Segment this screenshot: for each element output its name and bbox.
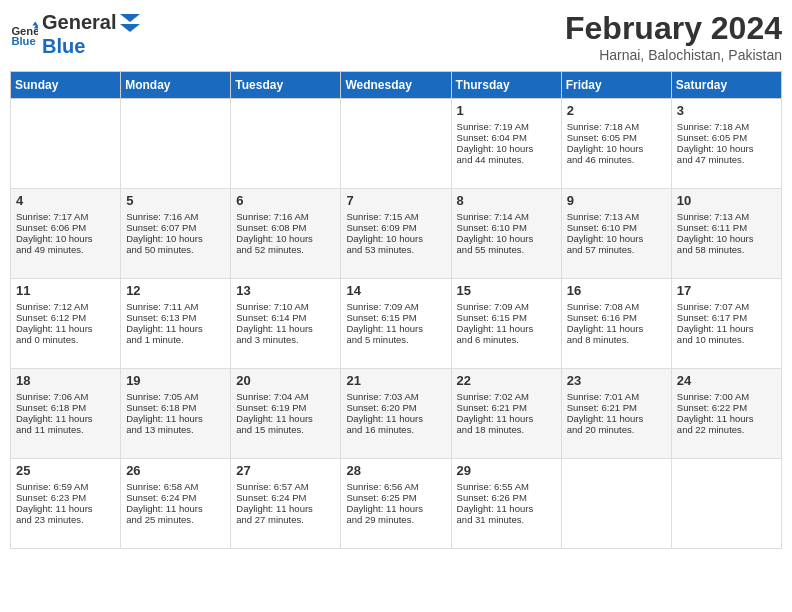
day-info-line: Sunset: 6:08 PM: [236, 222, 335, 233]
day-number: 29: [457, 463, 556, 478]
day-info-line: Sunrise: 7:11 AM: [126, 301, 225, 312]
calendar-cell: [11, 99, 121, 189]
calendar-cell: 16Sunrise: 7:08 AMSunset: 6:16 PMDayligh…: [561, 279, 671, 369]
day-info-line: Sunset: 6:18 PM: [16, 402, 115, 413]
day-info-line: and 20 minutes.: [567, 424, 666, 435]
day-info-line: Sunrise: 7:12 AM: [16, 301, 115, 312]
day-number: 19: [126, 373, 225, 388]
weekday-header-saturday: Saturday: [671, 72, 781, 99]
day-info-line: Sunset: 6:06 PM: [16, 222, 115, 233]
calendar-cell: [671, 459, 781, 549]
day-number: 25: [16, 463, 115, 478]
day-number: 13: [236, 283, 335, 298]
day-info-line: Daylight: 11 hours: [236, 413, 335, 424]
calendar-cell: 22Sunrise: 7:02 AMSunset: 6:21 PMDayligh…: [451, 369, 561, 459]
weekday-header-wednesday: Wednesday: [341, 72, 451, 99]
calendar-cell: 24Sunrise: 7:00 AMSunset: 6:22 PMDayligh…: [671, 369, 781, 459]
day-info-line: Sunrise: 6:57 AM: [236, 481, 335, 492]
weekday-header-monday: Monday: [121, 72, 231, 99]
day-info-line: Sunrise: 6:55 AM: [457, 481, 556, 492]
day-info-line: Daylight: 11 hours: [16, 503, 115, 514]
day-info-line: Sunset: 6:24 PM: [126, 492, 225, 503]
weekday-header-sunday: Sunday: [11, 72, 121, 99]
day-info-line: Sunset: 6:04 PM: [457, 132, 556, 143]
day-info-line: Sunrise: 7:15 AM: [346, 211, 445, 222]
calendar-cell: 5Sunrise: 7:16 AMSunset: 6:07 PMDaylight…: [121, 189, 231, 279]
day-info-line: Sunrise: 7:04 AM: [236, 391, 335, 402]
calendar-cell: 15Sunrise: 7:09 AMSunset: 6:15 PMDayligh…: [451, 279, 561, 369]
day-number: 12: [126, 283, 225, 298]
day-number: 1: [457, 103, 556, 118]
day-info-line: and 49 minutes.: [16, 244, 115, 255]
day-number: 9: [567, 193, 666, 208]
day-info-line: and 47 minutes.: [677, 154, 776, 165]
day-info-line: Daylight: 11 hours: [236, 323, 335, 334]
day-info-line: Sunrise: 7:16 AM: [126, 211, 225, 222]
day-info-line: Daylight: 11 hours: [16, 323, 115, 334]
logo-icon: General Blue: [10, 20, 38, 48]
logo: General Blue General Blue: [10, 10, 140, 58]
day-info-line: Daylight: 11 hours: [457, 323, 556, 334]
calendar-cell: 7Sunrise: 7:15 AMSunset: 6:09 PMDaylight…: [341, 189, 451, 279]
calendar-cell: 19Sunrise: 7:05 AMSunset: 6:18 PMDayligh…: [121, 369, 231, 459]
day-info-line: and 11 minutes.: [16, 424, 115, 435]
day-info-line: Sunset: 6:13 PM: [126, 312, 225, 323]
day-info-line: and 23 minutes.: [16, 514, 115, 525]
day-number: 18: [16, 373, 115, 388]
svg-marker-5: [120, 24, 140, 32]
calendar-cell: 25Sunrise: 6:59 AMSunset: 6:23 PMDayligh…: [11, 459, 121, 549]
day-info-line: Sunset: 6:10 PM: [457, 222, 556, 233]
day-number: 7: [346, 193, 445, 208]
day-info-line: Daylight: 10 hours: [567, 143, 666, 154]
day-info-line: Sunrise: 7:16 AM: [236, 211, 335, 222]
day-info-line: Sunset: 6:22 PM: [677, 402, 776, 413]
page-header: General Blue General Blue February 2024 …: [10, 10, 782, 63]
day-info-line: and 52 minutes.: [236, 244, 335, 255]
day-info-line: Sunrise: 7:18 AM: [677, 121, 776, 132]
day-info-line: Sunset: 6:05 PM: [567, 132, 666, 143]
day-info-line: Sunrise: 7:06 AM: [16, 391, 115, 402]
day-info-line: Daylight: 10 hours: [677, 233, 776, 244]
day-info-line: Sunset: 6:17 PM: [677, 312, 776, 323]
day-number: 24: [677, 373, 776, 388]
day-info-line: Sunset: 6:21 PM: [567, 402, 666, 413]
day-number: 27: [236, 463, 335, 478]
day-info-line: Sunset: 6:24 PM: [236, 492, 335, 503]
calendar-cell: 8Sunrise: 7:14 AMSunset: 6:10 PMDaylight…: [451, 189, 561, 279]
svg-marker-4: [120, 14, 140, 22]
day-info-line: Daylight: 11 hours: [677, 413, 776, 424]
day-info-line: Sunset: 6:23 PM: [16, 492, 115, 503]
calendar-cell: 4Sunrise: 7:17 AMSunset: 6:06 PMDaylight…: [11, 189, 121, 279]
title-block: February 2024 Harnai, Balochistan, Pakis…: [565, 10, 782, 63]
day-info-line: Daylight: 11 hours: [457, 503, 556, 514]
calendar-cell: 20Sunrise: 7:04 AMSunset: 6:19 PMDayligh…: [231, 369, 341, 459]
calendar-cell: 11Sunrise: 7:12 AMSunset: 6:12 PMDayligh…: [11, 279, 121, 369]
day-info-line: Sunset: 6:11 PM: [677, 222, 776, 233]
calendar-cell: 21Sunrise: 7:03 AMSunset: 6:20 PMDayligh…: [341, 369, 451, 459]
day-number: 26: [126, 463, 225, 478]
day-info-line: Sunrise: 7:00 AM: [677, 391, 776, 402]
day-info-line: and 53 minutes.: [346, 244, 445, 255]
calendar-cell: 12Sunrise: 7:11 AMSunset: 6:13 PMDayligh…: [121, 279, 231, 369]
calendar-week-2: 4Sunrise: 7:17 AMSunset: 6:06 PMDaylight…: [11, 189, 782, 279]
day-number: 22: [457, 373, 556, 388]
day-info-line: Sunset: 6:10 PM: [567, 222, 666, 233]
day-info-line: Daylight: 11 hours: [346, 323, 445, 334]
day-info-line: and 31 minutes.: [457, 514, 556, 525]
day-info-line: Daylight: 10 hours: [126, 233, 225, 244]
day-info-line: Sunrise: 7:18 AM: [567, 121, 666, 132]
weekday-header-tuesday: Tuesday: [231, 72, 341, 99]
day-info-line: Daylight: 11 hours: [126, 503, 225, 514]
weekday-header-row: SundayMondayTuesdayWednesdayThursdayFrid…: [11, 72, 782, 99]
day-info-line: Daylight: 10 hours: [346, 233, 445, 244]
day-info-line: Sunrise: 6:58 AM: [126, 481, 225, 492]
month-year-title: February 2024: [565, 10, 782, 47]
day-number: 5: [126, 193, 225, 208]
day-info-line: Sunrise: 6:56 AM: [346, 481, 445, 492]
calendar-cell: 3Sunrise: 7:18 AMSunset: 6:05 PMDaylight…: [671, 99, 781, 189]
day-info-line: Sunrise: 7:07 AM: [677, 301, 776, 312]
svg-text:Blue: Blue: [11, 35, 35, 47]
day-info-line: Daylight: 11 hours: [346, 503, 445, 514]
calendar-cell: 26Sunrise: 6:58 AMSunset: 6:24 PMDayligh…: [121, 459, 231, 549]
day-info-line: Sunset: 6:21 PM: [457, 402, 556, 413]
